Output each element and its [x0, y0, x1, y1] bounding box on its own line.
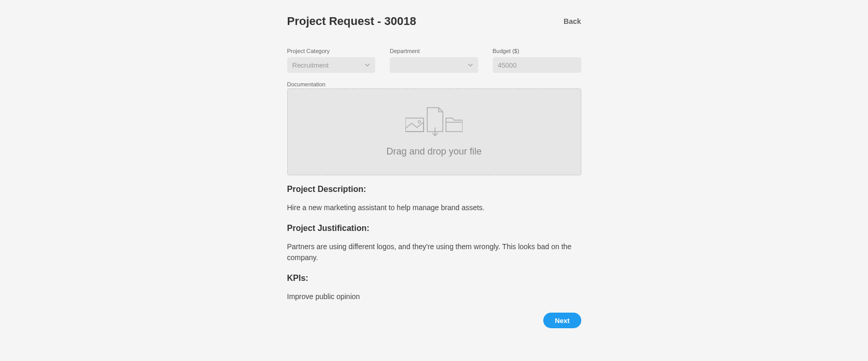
dropzone-icons [405, 107, 463, 137]
chevron-down-icon [365, 62, 370, 68]
budget-label: Budget ($) [493, 48, 581, 54]
project-description-text: Hire a new marketing assistant to help m… [287, 202, 581, 213]
kpis-heading: KPIs: [287, 274, 581, 283]
project-justification-heading: Project Justification: [287, 224, 581, 233]
dropzone-text: Drag and drop your file [386, 146, 481, 157]
project-category-select[interactable]: Recruitment [287, 57, 376, 73]
project-description-heading: Project Description: [287, 185, 581, 194]
project-category-value: Recruitment [292, 61, 329, 69]
department-select[interactable] [390, 57, 478, 73]
department-label: Department [390, 48, 478, 54]
chevron-down-icon [468, 62, 473, 68]
back-link[interactable]: Back [564, 17, 581, 25]
documentation-label: Documentation [287, 81, 326, 87]
svg-point-1 [418, 121, 421, 123]
svg-rect-0 [405, 118, 424, 132]
budget-input[interactable] [493, 57, 581, 73]
page-title: Project Request - 30018 [287, 15, 416, 28]
project-category-label: Project Category [287, 48, 376, 54]
file-dropzone[interactable]: Drag and drop your file [287, 88, 581, 175]
kpis-text: Improve public opinion [287, 291, 581, 302]
next-button[interactable]: Next [543, 313, 581, 328]
project-justification-text: Partners are using different logos, and … [287, 241, 581, 263]
